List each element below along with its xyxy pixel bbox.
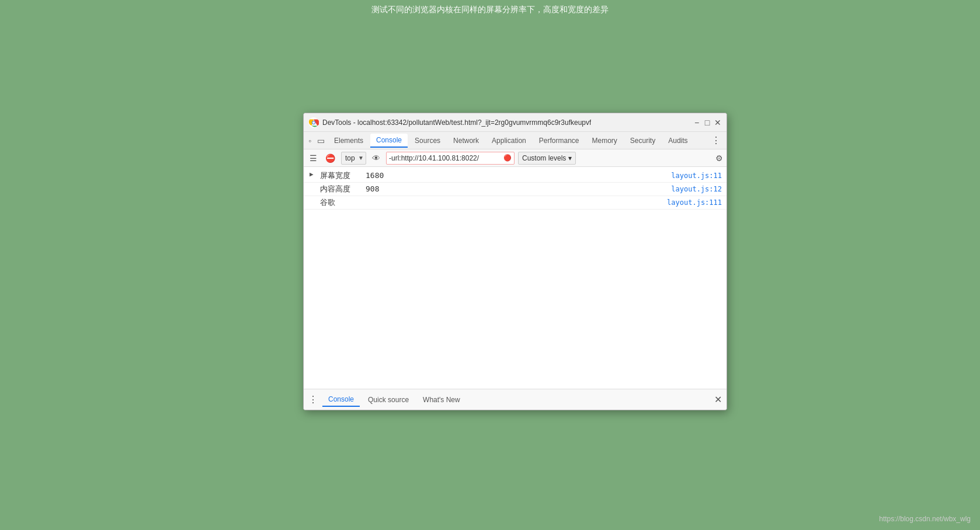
drawer-tab-console[interactable]: Console (322, 393, 360, 407)
window-controls: − □ ✕ (693, 118, 722, 127)
console-link-1[interactable]: layout.js:11 (671, 172, 722, 180)
console-toolbar: ☰ ⛔ top ▼ 👁 🔴 Custom levels ▾ ⚙ (304, 149, 727, 167)
console-link-3[interactable]: layout.js:111 (667, 198, 722, 207)
tab-network[interactable]: Network (447, 134, 485, 147)
console-row-screen-width: ▶ 屏幕宽度 1680 layout.js:11 (304, 169, 727, 183)
console-link-2[interactable]: layout.js:12 (671, 185, 722, 193)
console-row-inner-2: 内容高度 908 layout.js:12 (320, 184, 722, 194)
maximize-button[interactable]: □ (703, 118, 711, 127)
drawer-tab-whats-new[interactable]: What's New (417, 393, 466, 406)
filter-input[interactable] (389, 154, 502, 162)
console-label-1: 屏幕宽度 (320, 170, 361, 181)
title-bar-left: DevTools - localhost:63342/pollutantWeb/… (308, 117, 591, 128)
tab-performance[interactable]: Performance (533, 134, 585, 147)
svg-point-2 (312, 121, 315, 124)
tab-console[interactable]: Console (370, 134, 408, 148)
eye-icon[interactable]: 👁 (370, 152, 383, 164)
devtools-window: DevTools - localhost:63342/pollutantWeb/… (303, 113, 727, 410)
more-tabs-icon[interactable]: ⋮ (708, 135, 724, 146)
page-background-text: 测试不同的浏览器内核在同样的屏幕分辨率下，高度和宽度的差异 (371, 5, 609, 15)
drawer-close-icon[interactable]: ✕ (714, 394, 722, 405)
minimize-button[interactable]: − (693, 118, 701, 127)
tab-sources[interactable]: Sources (409, 134, 446, 147)
custom-levels-label: Custom levels ▾ (522, 154, 572, 162)
settings-gear-icon[interactable]: ⚙ (715, 154, 723, 163)
console-row-inner-1: 屏幕宽度 1680 layout.js:11 (320, 170, 722, 181)
sidebar-toggle-icon[interactable]: ☰ (307, 152, 319, 164)
device-icon[interactable]: ▭ (315, 135, 327, 147)
console-content: ▶ 屏幕宽度 1680 layout.js:11 内容高度 908 layout… (304, 167, 727, 389)
devtools-tab-bar: ◦ ▭ Elements Console Sources Network App… (304, 132, 727, 149)
filter-box: 🔴 (386, 152, 515, 165)
console-row-content-height: 内容高度 908 layout.js:12 (304, 183, 727, 196)
close-button[interactable]: ✕ (714, 118, 722, 127)
tab-elements[interactable]: Elements (328, 134, 369, 147)
console-label-3: 谷歌 (320, 197, 361, 208)
context-selector[interactable]: top (341, 152, 366, 165)
chrome-logo-icon (308, 117, 319, 128)
devtools-title: DevTools - localhost:63342/pollutantWeb/… (322, 118, 591, 127)
title-bar: DevTools - localhost:63342/pollutantWeb/… (304, 113, 727, 132)
url-bar-bottom: https://blog.csdn.net/wbx_wlg (879, 515, 971, 523)
console-value-2: 908 (366, 184, 379, 193)
drawer-menu-icon[interactable]: ⋮ (308, 394, 318, 405)
console-row-inner-3: 谷歌 layout.js:111 (320, 197, 722, 208)
inspect-icon[interactable]: ◦ (306, 135, 314, 147)
bottom-drawer: ⋮ Console Quick source What's New ✕ (304, 389, 727, 410)
expand-icon-1[interactable]: ▶ (310, 170, 314, 178)
console-value-1: 1680 (366, 171, 384, 180)
tab-security[interactable]: Security (624, 134, 661, 147)
context-selector-wrapper: top ▼ (341, 152, 366, 165)
tab-application[interactable]: Application (486, 134, 532, 147)
tab-audits[interactable]: Audits (662, 134, 693, 147)
drawer-tab-quick-source[interactable]: Quick source (362, 393, 415, 406)
console-label-2: 内容高度 (320, 184, 361, 194)
clear-console-icon[interactable]: ⛔ (323, 152, 338, 164)
filter-error-icon: 🔴 (503, 154, 512, 162)
tab-memory[interactable]: Memory (586, 134, 623, 147)
custom-levels-button[interactable]: Custom levels ▾ (518, 152, 576, 165)
console-row-google: 谷歌 layout.js:111 (304, 196, 727, 210)
